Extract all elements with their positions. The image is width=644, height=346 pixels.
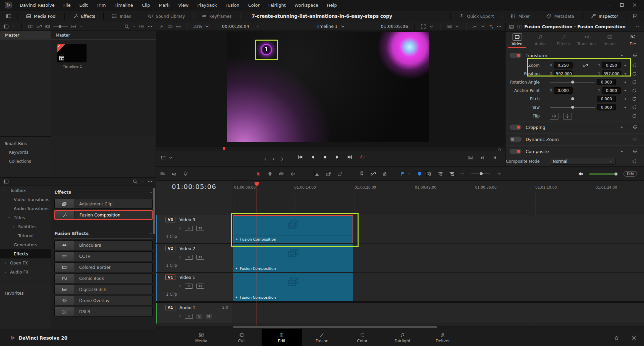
- scrub-playhead[interactable]: [223, 147, 225, 150]
- keyframe-diamond-icon[interactable]: [618, 150, 626, 153]
- auto-select-toggle[interactable]: [185, 284, 193, 289]
- effects-list-scrollbar[interactable]: [153, 188, 155, 234]
- menu-mark[interactable]: Mark: [154, 0, 174, 10]
- zoom-detail-button[interactable]: [438, 171, 443, 177]
- clone-tool-icon[interactable]: [28, 24, 34, 29]
- zoom-y-input[interactable]: 0.250: [602, 62, 621, 68]
- toolbar-quick-export-button[interactable]: Quick Export: [454, 10, 498, 22]
- panel-select-dropdown[interactable]: [630, 10, 641, 22]
- effect-item-dslr[interactable]: DSLR: [54, 307, 153, 316]
- effects-category-effects[interactable]: Effects: [0, 249, 51, 258]
- effects-category-tutorial[interactable]: Tutorial: [0, 231, 51, 240]
- zoom-full-button[interactable]: [426, 171, 432, 177]
- flip-horizontal-button[interactable]: [550, 113, 558, 120]
- chevron-up-icon[interactable]: [149, 191, 153, 194]
- composite-mode-select[interactable]: Normal: [550, 158, 615, 165]
- more-options-icon[interactable]: [147, 179, 153, 184]
- inspector-tab-image[interactable]: Image: [598, 32, 621, 48]
- zoom-custom-button[interactable]: [449, 171, 454, 177]
- loop-button[interactable]: [360, 154, 365, 160]
- viewer-select-tool[interactable]: [161, 155, 173, 160]
- media-clip-card[interactable]: ✓Timeline 1: [57, 44, 88, 69]
- effect-item-comic-book[interactable]: Comic Book: [54, 274, 153, 283]
- toolbar-sound-library-button[interactable]: Sound Library: [143, 10, 190, 22]
- clip-thumbnail[interactable]: ✓: [57, 44, 87, 62]
- search-icon[interactable]: [124, 24, 129, 29]
- reset-param-icon[interactable]: [630, 63, 639, 68]
- track-lane-a1[interactable]: [232, 303, 644, 324]
- bin-tree-item-master[interactable]: Master: [0, 31, 51, 40]
- pitch-input[interactable]: 0.000: [597, 96, 616, 102]
- track-name[interactable]: Video 1: [179, 275, 195, 280]
- track-header-v1[interactable]: V1Video 11 Clip: [156, 273, 232, 301]
- menu-timeline[interactable]: Timeline: [110, 0, 137, 10]
- chevron-down-icon[interactable]: [79, 25, 83, 28]
- effects-favorites[interactable]: Favorites: [0, 289, 51, 298]
- pos-lock-toggle[interactable]: [382, 171, 387, 177]
- clip-fusion-composition-v2[interactable]: Fusion Composition: [233, 244, 353, 272]
- inspector-tab-effects[interactable]: Effects: [552, 32, 575, 48]
- razor-tool[interactable]: [279, 171, 284, 177]
- solo-button[interactable]: S: [196, 314, 202, 319]
- toolbar-mixer-button[interactable]: Mixer: [505, 10, 534, 22]
- timeline-scrollbar[interactable]: [233, 326, 437, 328]
- app-logo-icon[interactable]: [5, 1, 12, 9]
- reset-param-icon[interactable]: [630, 96, 639, 102]
- track-id-badge[interactable]: A1: [165, 305, 175, 310]
- effect-item-fusion-composition[interactable]: Fusion Composition: [54, 210, 153, 220]
- menu-clip[interactable]: Clip: [138, 0, 155, 10]
- track-id-badge[interactable]: V1: [165, 275, 175, 280]
- clip-icon[interactable]: [509, 24, 514, 30]
- menu-trim[interactable]: Trim: [92, 0, 110, 10]
- page-tab-color[interactable]: Color: [342, 329, 382, 346]
- chevron-right-icon[interactable]: [4, 261, 7, 265]
- track-enable-toggle[interactable]: [196, 284, 204, 289]
- track-name[interactable]: Video 3: [179, 217, 195, 222]
- sort-icon[interactable]: [139, 24, 144, 29]
- chevron-down-icon[interactable]: [7, 216, 11, 219]
- track-name[interactable]: Video 2: [179, 246, 195, 251]
- menu-help[interactable]: Help: [323, 0, 341, 10]
- grid-view-icon[interactable]: [71, 24, 76, 29]
- frame-guides-icon[interactable]: [421, 24, 426, 29]
- menu-file[interactable]: File: [59, 0, 75, 10]
- magnet-toggle[interactable]: [359, 171, 365, 177]
- chevron-right-icon[interactable]: [12, 225, 15, 229]
- page-tab-fairlight[interactable]: Fairlight: [382, 329, 423, 346]
- search-icon[interactable]: [132, 179, 138, 184]
- track-enable-toggle[interactable]: [196, 255, 204, 260]
- scrub-track[interactable]: [158, 149, 496, 149]
- chevron-down-icon[interactable]: [454, 24, 460, 29]
- track-enable-toggle[interactable]: [196, 226, 204, 231]
- zoom-out-button[interactable]: [460, 171, 465, 177]
- auto-select-toggle[interactable]: [185, 314, 193, 319]
- project-manager-icon[interactable]: [614, 335, 619, 341]
- first-frame-button[interactable]: [298, 154, 303, 160]
- play-button[interactable]: [335, 154, 340, 160]
- rotation-angle-slider[interactable]: [550, 82, 595, 83]
- smart-bins-title[interactable]: Smart Bins: [0, 139, 51, 148]
- effect-item-drone-overlay[interactable]: Drone Overlay: [54, 296, 153, 305]
- lock-icon[interactable]: [178, 284, 181, 288]
- page-layout-presets-icon[interactable]: [3, 10, 14, 22]
- toolbar-inspector-button[interactable]: Inspector: [586, 10, 623, 22]
- flag-button[interactable]: [400, 171, 406, 177]
- single-viewer-icon[interactable]: [159, 24, 165, 29]
- page-tab-cut[interactable]: Cut: [221, 329, 262, 346]
- zoom-x-input[interactable]: 0.250: [554, 62, 573, 68]
- cursor-tool[interactable]: [256, 171, 261, 177]
- toolbar-effects-button[interactable]: Effects: [68, 10, 100, 22]
- page-tab-media[interactable]: Media: [181, 329, 221, 346]
- flip-vertical-button[interactable]: [563, 113, 572, 120]
- reset-param-icon[interactable]: [630, 80, 639, 85]
- proxy-quality-icon[interactable]: HQ: [446, 24, 452, 29]
- chevron-down-icon[interactable]: [408, 172, 411, 176]
- marker-button[interactable]: [417, 171, 422, 177]
- keyframe-diamond-icon[interactable]: [621, 89, 630, 92]
- section-toggle[interactable]: [509, 53, 522, 58]
- monitor-volume-slider[interactable]: [589, 174, 618, 175]
- mic-icon[interactable]: [183, 171, 188, 177]
- chevron-down-icon[interactable]: [429, 24, 434, 29]
- rotation-angle-input[interactable]: 0.000: [597, 79, 616, 85]
- reset-section-icon[interactable]: [630, 125, 640, 130]
